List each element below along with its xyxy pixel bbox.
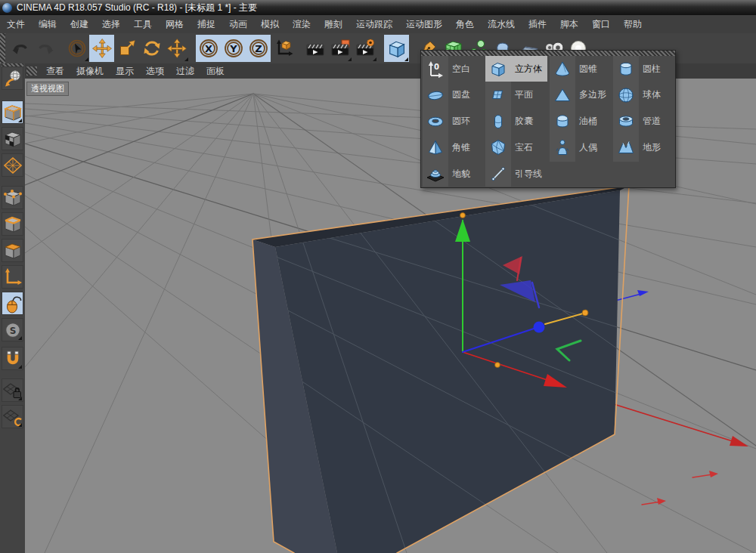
primitive-cube-button[interactable]	[384, 35, 409, 62]
planar-workplane-icon	[3, 407, 23, 427]
primitive-item-label: 引导线	[515, 168, 542, 181]
primitive-item-guideline[interactable]: 引导线	[485, 161, 547, 187]
mouse-tool-button[interactable]	[2, 292, 23, 315]
menubar-item[interactable]: 模拟	[254, 15, 286, 33]
primitive-item-platonic[interactable]: 宝石	[485, 134, 547, 160]
primitive-item-polygon[interactable]: 多边形	[550, 82, 612, 108]
render-picture-viewer-button[interactable]	[327, 35, 352, 62]
make-editable-button[interactable]	[2, 66, 23, 90]
svg-text:0: 0	[434, 63, 439, 71]
primitive-item-label: 宝石	[515, 141, 533, 154]
null-icon: 0	[426, 60, 445, 78]
planar-workplane-button[interactable]	[2, 405, 23, 428]
move-icon	[91, 38, 113, 59]
menubar-item[interactable]: 创建	[64, 15, 95, 33]
viewport-menu-item[interactable]: 摄像机	[70, 63, 110, 79]
edges-mode-button[interactable]	[2, 212, 23, 236]
menubar-item[interactable]: 运动跟踪	[349, 15, 399, 33]
lock-z-button[interactable]: Z	[246, 35, 271, 62]
primitive-item-landscape[interactable]: 地形	[613, 134, 675, 160]
enable-axis-button[interactable]	[2, 265, 23, 289]
primitive-item-relief[interactable]: 地貌	[423, 161, 485, 187]
lock-workplane-icon	[3, 381, 23, 400]
primitive-item-capsule[interactable]: 胶囊	[485, 109, 547, 134]
menubar-item[interactable]: 渲染	[286, 15, 318, 33]
points-mode-button[interactable]	[2, 186, 23, 209]
primitive-item-label: 立方体	[515, 63, 542, 76]
enable-snap-button[interactable]	[2, 347, 23, 370]
polygons-mode-icon	[3, 241, 23, 261]
menubar-item[interactable]: 运动图形	[399, 15, 449, 33]
primitive-item-plane[interactable]: 平面	[485, 82, 547, 108]
menubar-item[interactable]: 窗口	[585, 15, 617, 33]
torus-icon	[426, 113, 445, 131]
primitive-item-label: 球体	[643, 88, 661, 101]
primitive-item-cube[interactable]: 立方体	[485, 56, 547, 82]
viewport-menu-item[interactable]: 查看	[40, 63, 70, 79]
texture-mode-button[interactable]	[2, 127, 23, 150]
viewport-menu-item[interactable]: 过滤	[170, 63, 200, 79]
live-selection-button[interactable]	[64, 35, 89, 62]
render-view-icon	[305, 38, 326, 59]
primitive-item-disc[interactable]: 圆盘	[423, 82, 485, 108]
menubar-item[interactable]: 文件	[0, 15, 32, 33]
s-badge-button[interactable]: S	[2, 318, 23, 341]
primitive-item-pyramid[interactable]: 角锥	[423, 134, 485, 160]
render-settings-button[interactable]	[352, 35, 377, 62]
viewport-menu-item[interactable]: 显示	[110, 63, 140, 79]
primitive-item-cone[interactable]: 圆锥	[550, 56, 612, 82]
last-tool-button[interactable]	[164, 35, 189, 62]
render-view-button[interactable]	[302, 35, 327, 62]
workplane-mode-button[interactable]	[2, 153, 23, 177]
view-label[interactable]: 透视视图	[26, 82, 69, 96]
viewport-menu-item[interactable]: 面板	[200, 63, 231, 79]
polygons-mode-button[interactable]	[2, 239, 23, 262]
primitive-item-label: 地形	[643, 141, 661, 154]
viewport-menu-item[interactable]: 选项	[140, 63, 170, 79]
menubar-item[interactable]: 编辑	[32, 15, 64, 33]
primitive-item-figure[interactable]: 人偶	[550, 134, 612, 160]
primitive-item-cylinder[interactable]: 圆柱	[613, 56, 675, 82]
toolbar-drag-handle[interactable]	[0, 33, 5, 63]
menubar-item[interactable]: 工具	[127, 15, 159, 33]
svg-text:Z: Z	[255, 43, 262, 54]
enable-axis-icon	[3, 267, 23, 287]
viewport-drag-handle[interactable]	[26, 66, 37, 76]
primitive-item-oiltank[interactable]: 油桶	[550, 109, 612, 134]
lock-x-button[interactable]: X	[196, 35, 221, 62]
render-settings-icon	[355, 38, 376, 59]
menubar-item[interactable]: 捕捉	[191, 15, 222, 33]
primitive-item-null[interactable]: 0空白	[423, 56, 485, 82]
menubar-item[interactable]: 动画	[222, 15, 254, 33]
scale-icon	[116, 38, 138, 59]
prim-cube-icon	[386, 38, 407, 59]
primitive-item-tube[interactable]: 管道	[613, 109, 675, 134]
cylinder-icon	[617, 60, 635, 78]
menubar-item[interactable]: 插件	[522, 15, 553, 33]
primitive-item-sphere[interactable]: 球体	[613, 82, 675, 108]
primitive-item-label: 人偶	[579, 141, 597, 154]
lock-workplane-button[interactable]	[2, 378, 23, 402]
menubar-item[interactable]: 帮助	[617, 15, 649, 33]
toolbar-group-tools	[64, 33, 189, 62]
redo-button[interactable]	[33, 35, 57, 62]
menubar-item[interactable]: 脚本	[553, 15, 585, 33]
menubar-item[interactable]: 流水线	[481, 15, 522, 33]
lock-y-button[interactable]: Y	[221, 35, 246, 62]
make-editable-icon	[3, 69, 23, 88]
menubar-item[interactable]: 角色	[449, 15, 481, 33]
primitive-item-torus[interactable]: 圆环	[423, 109, 485, 134]
menubar-item[interactable]: 雕刻	[318, 15, 349, 33]
coord-system-button[interactable]	[271, 35, 296, 62]
primitives-menu-drag-handle[interactable]	[421, 51, 675, 56]
live-selection-icon	[67, 38, 88, 59]
menubar-item[interactable]: 选择	[95, 15, 127, 33]
move-button[interactable]	[89, 35, 114, 62]
scale-button[interactable]	[114, 35, 139, 62]
undo-button[interactable]	[8, 35, 33, 62]
primitive-item-label: 胶囊	[515, 115, 533, 128]
primitive-item-label: 平面	[515, 88, 533, 101]
rotate-button[interactable]	[139, 35, 164, 62]
menubar-item[interactable]: 网格	[159, 15, 191, 33]
model-mode-button[interactable]	[2, 100, 23, 124]
